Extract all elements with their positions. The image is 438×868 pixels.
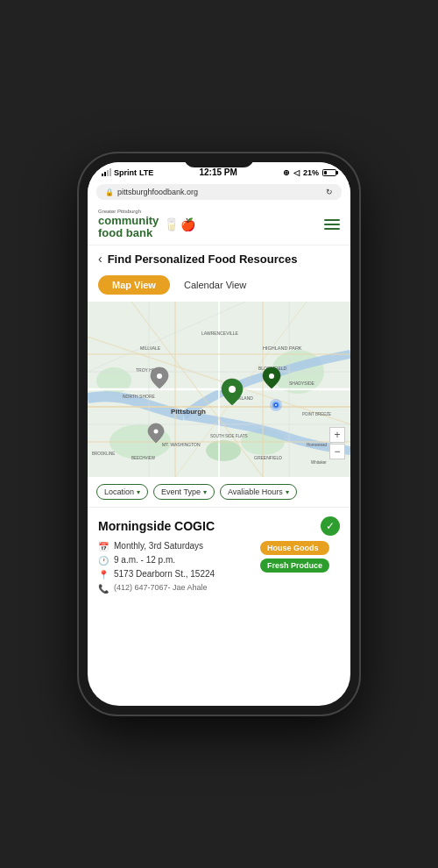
svg-text:LAWRENCEVILLE: LAWRENCEVILLE [201,331,238,336]
map-view-button[interactable]: Map View [98,275,170,295]
logo-icons: 🥛 🍎 [164,217,195,231]
svg-text:Whitaker: Whitaker [311,460,327,465]
phone-row: 📞 (412) 647-7067- Jae Ahale [98,583,340,594]
phone-notch [184,162,254,167]
logo-community: community [98,215,159,227]
svg-text:SHADYSIDE: SHADYSIDE [289,381,315,386]
lock-icon: 🔒 [105,189,114,196]
map-svg: Pittsburgh HIGHLAND PARK LAWRENCEVILLE B… [88,302,350,477]
hours-chevron-icon: ▾ [286,488,289,496]
event-type-filter-label: Event Type [161,487,201,496]
view-toggle: Map View Calendar View [88,272,350,302]
verified-icon: ✓ [321,516,340,536]
calendar-view-button[interactable]: Calendar View [184,280,246,290]
svg-text:GREENFIELD: GREENFIELD [254,455,282,460]
hours-text: 9 a.m. - 12 p.m. [114,555,175,565]
find-header: ‹ Find Personalized Food Resources [88,245,350,272]
phone-screen: Sprint LTE 12:15 PM ⊕ ◁ 21% 🔒 pittsburgh… [88,162,350,706]
site-header: Greater Pittsburgh community food bank 🥛… [88,203,350,245]
result-title-row: Morningside COGIC ✓ [98,516,340,536]
logo-area: Greater Pittsburgh community food bank 🥛… [98,209,195,239]
svg-point-40 [229,386,236,393]
svg-text:HIGHLAND PARK: HIGHLAND PARK [263,345,302,351]
calendar-icon: 📅 [98,542,109,551]
battery-label: 21% [303,168,319,177]
svg-point-45 [154,430,159,434]
battery-icon [322,169,336,176]
time-label: 12:15 PM [199,167,237,177]
clock-icon: 🕐 [98,556,109,566]
house-goods-tag: House Goods [260,541,329,555]
apple-icon: 🍎 [180,217,195,231]
map-controls: + − [329,427,345,459]
zoom-out-button[interactable]: − [329,444,345,459]
signal-icon: ◁ [293,168,300,177]
network-label: LTE [139,168,153,177]
svg-text:NORTH SHORE: NORTH SHORE [123,394,156,399]
fresh-produce-tag: Fresh Produce [260,559,329,573]
svg-point-44 [275,404,277,406]
tags-row: House Goods Fresh Produce [260,541,329,573]
svg-text:SOUTH SIDE FLATS: SOUTH SIDE FLATS [210,434,247,438]
address-url: 🔒 pittsburghfoodbank.org [105,188,198,196]
zoom-in-button[interactable]: + [329,427,345,443]
svg-text:BEECHVIEW: BEECHVIEW [131,456,156,460]
svg-text:BROOKLINE: BROOKLINE [92,452,115,456]
result-name: Morningside COGIC [98,519,215,533]
hours-filter-label: Avaliable Hours [228,487,283,496]
schedule-text: Monthly, 3rd Saturdays [114,541,203,551]
svg-point-5 [206,440,241,461]
svg-text:MT. WASHINGTON: MT. WASHINGTON [162,442,201,447]
status-right: ⊕ ◁ 21% [283,168,336,177]
location-pin-icon: 📍 [98,570,109,580]
location-filter-label: Location [104,487,134,496]
cup-icon: 🥛 [164,217,179,231]
address-bar[interactable]: 🔒 pittsburghfoodbank.org ↻ [96,184,342,200]
phone-frame: Sprint LTE 12:15 PM ⊕ ◁ 21% 🔒 pittsburgh… [79,153,359,715]
address-bar-row: 🔒 pittsburghfoodbank.org ↻ [88,181,350,203]
location-icon: ⊕ [283,168,290,177]
event-type-chevron-icon: ▾ [203,488,207,496]
status-left: Sprint LTE [102,168,153,177]
address-text: 5173 Dearborn St., 15224 [114,569,215,579]
logo-text: Greater Pittsburgh community food bank [98,209,159,239]
svg-text:Homestead: Homestead [307,443,328,447]
hours-filter[interactable]: Avaliable Hours ▾ [220,484,297,500]
carrier-label: Sprint [114,168,137,177]
result-card: Morningside COGIC ✓ 📅 Monthly, 3rd Satur… [88,508,350,602]
battery-fill [324,171,327,174]
phone-text: (412) 647-7067- Jae Ahale [114,583,208,592]
hamburger-menu[interactable] [324,219,340,230]
result-lower: 📅 Monthly, 3rd Saturdays 🕐 9 a.m. - 12 p… [98,541,340,594]
svg-text:POINT BREEZE: POINT BREEZE [302,412,331,416]
location-filter[interactable]: Location ▾ [96,484,148,500]
svg-text:MILLVALE: MILLVALE [140,345,161,351]
logo-food-bank: food bank [98,227,159,239]
phone-icon: 📞 [98,584,109,594]
signal-bars [102,168,111,176]
page-title: Find Personalized Food Resources [108,253,298,266]
svg-point-39 [269,374,274,379]
location-chevron-icon: ▾ [137,488,140,496]
map-container[interactable]: Pittsburgh HIGHLAND PARK LAWRENCEVILLE B… [88,302,350,477]
svg-point-38 [157,374,162,379]
back-button[interactable]: ‹ [98,252,102,266]
refresh-icon[interactable]: ↻ [326,188,333,196]
url-text: pittsburghfoodbank.org [117,188,198,196]
filter-row: Location ▾ Event Type ▾ Avaliable Hours … [88,477,350,508]
event-type-filter[interactable]: Event Type ▾ [153,484,215,500]
svg-text:Pittsburgh: Pittsburgh [171,408,206,416]
